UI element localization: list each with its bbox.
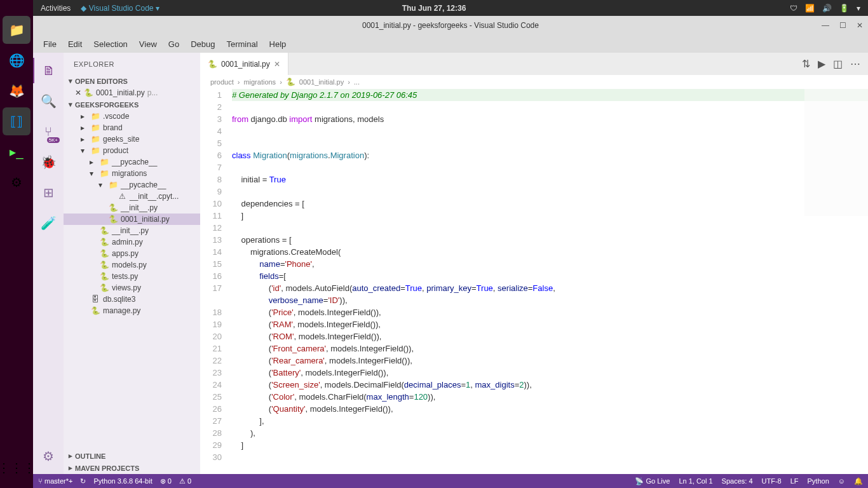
open-editor-label: 0001_initial.py: [96, 88, 145, 97]
dock-firefox-icon[interactable]: 🦊: [3, 77, 31, 105]
open-editors-section[interactable]: ▾ OPEN EDITORS: [64, 75, 200, 87]
minimize-button[interactable]: —: [822, 21, 829, 30]
dock-files-icon[interactable]: 📁: [3, 16, 31, 44]
maximize-button[interactable]: ☐: [839, 21, 846, 30]
file-icon: 🐍: [108, 203, 118, 212]
breadcrumb-item[interactable]: 0001_initial.py: [299, 78, 344, 86]
open-editor-item[interactable]: ✕ 🐍 0001_initial.py p...: [64, 87, 200, 98]
tab-file[interactable]: 🐍 0001_initial.py ✕: [200, 53, 288, 75]
tree-item[interactable]: ▾📁migrations: [64, 168, 200, 179]
eol[interactable]: LF: [790, 477, 799, 485]
dock-vscode-icon[interactable]: ⟦⟧: [3, 107, 31, 135]
dock-settings-icon[interactable]: ⚙: [3, 168, 31, 196]
tree-item[interactable]: ▾📁product: [64, 145, 200, 156]
tree-label: __pycache__: [121, 180, 166, 189]
menu-go[interactable]: Go: [163, 37, 184, 51]
tree-item[interactable]: 🐍apps.py: [64, 248, 200, 259]
dock-terminal-icon[interactable]: ▸_: [3, 138, 31, 166]
language-mode[interactable]: Python: [808, 477, 829, 485]
close-button[interactable]: ✕: [857, 21, 863, 30]
close-icon[interactable]: ✕: [75, 88, 81, 97]
python-icon: 🐍: [84, 88, 93, 97]
code-content[interactable]: # Generated by Django 2.1.7 on 2019-06-2…: [232, 89, 868, 474]
tree-item[interactable]: 🐍__init__.py: [64, 225, 200, 236]
minimap[interactable]: [804, 89, 868, 216]
file-icon: 🐍: [90, 306, 100, 315]
file-icon: 📁: [90, 146, 100, 155]
encoding[interactable]: UTF-8: [762, 477, 782, 485]
cursor-position[interactable]: Ln 1, Col 1: [679, 477, 712, 485]
more-icon[interactable]: ⋯: [850, 58, 860, 70]
chevron-icon: ▸: [78, 112, 88, 121]
run-icon[interactable]: ▶: [818, 58, 825, 70]
tree-item[interactable]: ▸📁geeks_site: [64, 133, 200, 145]
tree-label: brand: [103, 123, 123, 132]
settings-gear-icon[interactable]: ⚙: [33, 444, 64, 469]
extensions-icon[interactable]: ⊞: [33, 180, 64, 205]
window-title: 0001_initial.py - geeksforgeeks - Visual…: [362, 21, 539, 30]
tree-item[interactable]: ▸📁brand: [64, 122, 200, 133]
tree-item[interactable]: 🐍0001_initial.py: [64, 214, 200, 225]
search-icon[interactable]: 🔍: [33, 88, 64, 114]
menu-debug[interactable]: Debug: [186, 37, 220, 51]
python-icon: 🐍: [286, 78, 295, 86]
battery-icon[interactable]: 🔋: [839, 4, 849, 13]
chevron-icon: ▾: [95, 180, 105, 189]
breadcrumb[interactable]: product›migrations›🐍 0001_initial.py›...: [200, 75, 868, 89]
menu-file[interactable]: File: [38, 37, 62, 51]
tree-label: __pycache__: [112, 158, 157, 166]
tree-item[interactable]: 🐍admin.py: [64, 236, 200, 248]
clock[interactable]: Thu Jun 27, 12:36: [402, 4, 466, 13]
code-editor[interactable]: 1234567891011121314151617 18192021222324…: [200, 89, 868, 474]
python-interpreter[interactable]: Python 3.6.8 64-bit: [93, 477, 152, 485]
menu-help[interactable]: Help: [264, 37, 292, 51]
tree-item[interactable]: 🐍tests.py: [64, 271, 200, 282]
dock-chrome-icon[interactable]: 🌐: [3, 46, 31, 74]
tree-item[interactable]: 🗄db.sqlite3: [64, 294, 200, 305]
explorer-icon[interactable]: 🗎: [33, 58, 64, 83]
tree-item[interactable]: 🐍manage.py: [64, 305, 200, 316]
notifications-icon[interactable]: 🔔: [854, 477, 863, 485]
maven-section[interactable]: ▸ MAVEN PROJECTS: [64, 462, 200, 474]
file-icon: 📁: [90, 112, 100, 121]
tab-label: 0001_initial.py: [221, 60, 270, 69]
menu-terminal[interactable]: Terminal: [221, 37, 262, 51]
test-icon[interactable]: 🧪: [33, 210, 64, 236]
debug-icon[interactable]: 🐞: [33, 149, 64, 175]
split-icon[interactable]: ◫: [833, 58, 843, 70]
tree-item[interactable]: ▸📁.vscode: [64, 111, 200, 122]
compare-icon[interactable]: ⇅: [802, 58, 810, 70]
app-menu[interactable]: ◆ Visual Studio Code ▾: [81, 4, 159, 13]
chevron-icon: ▸: [86, 158, 97, 166]
breadcrumb-item[interactable]: product: [210, 78, 234, 86]
tree-item[interactable]: 🐍models.py: [64, 259, 200, 271]
breadcrumb-item[interactable]: migrations: [243, 78, 276, 86]
breadcrumb-item[interactable]: ...: [354, 78, 360, 86]
volume-icon[interactable]: 🔊: [822, 4, 832, 13]
tree-item[interactable]: 🐍views.py: [64, 282, 200, 294]
tree-item[interactable]: ▾📁__pycache__: [64, 179, 200, 191]
dock-apps-icon[interactable]: ⋮⋮⋮: [3, 454, 31, 482]
indentation[interactable]: Spaces: 4: [722, 477, 753, 485]
menu-view[interactable]: View: [134, 37, 162, 51]
activities-button[interactable]: Activities: [41, 4, 71, 13]
sync-icon[interactable]: ↻: [80, 477, 86, 485]
menu-edit[interactable]: Edit: [63, 37, 87, 51]
wifi-icon[interactable]: 📶: [805, 4, 815, 13]
project-section[interactable]: ▾ GEEKSFORGEEKS: [64, 98, 200, 111]
vscode-window: 0001_initial.py - geeksforgeeks - Visual…: [33, 16, 868, 488]
warnings-count[interactable]: ⚠ 0: [179, 477, 191, 485]
outline-section[interactable]: ▸ OUTLINE: [64, 450, 200, 462]
feedback-icon[interactable]: ☺: [838, 477, 845, 485]
tree-item[interactable]: ▸📁__pycache__: [64, 156, 200, 168]
git-branch[interactable]: ⑂ master*+: [38, 477, 72, 485]
source-control-icon[interactable]: ⑂5K+: [33, 119, 64, 144]
shield-icon[interactable]: 🛡: [790, 4, 797, 13]
system-menu-icon[interactable]: ▾: [857, 4, 860, 13]
go-live-button[interactable]: 📡 Go Live: [635, 477, 670, 485]
tab-close-icon[interactable]: ✕: [274, 60, 280, 69]
errors-count[interactable]: ⊗ 0: [160, 477, 172, 485]
tree-item[interactable]: 🐍__init__.py: [64, 202, 200, 214]
tree-item[interactable]: ⚠__init__.cpyt...: [64, 191, 200, 202]
menu-selection[interactable]: Selection: [88, 37, 132, 51]
